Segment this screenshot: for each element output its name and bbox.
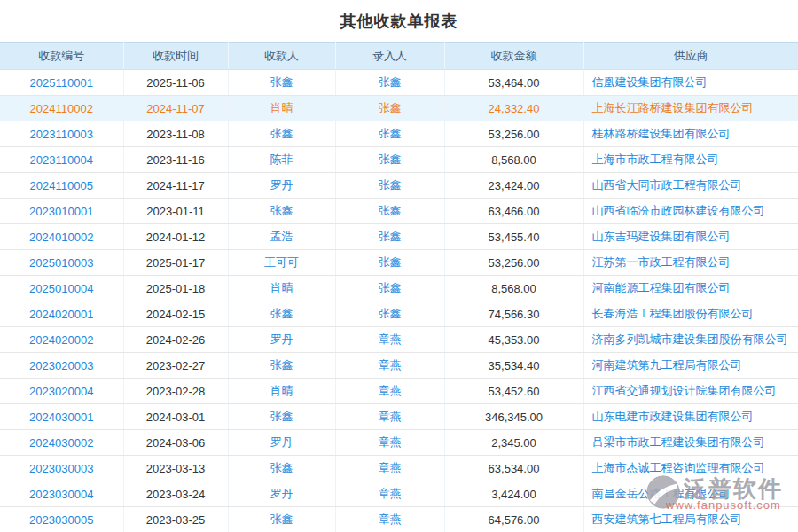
table-row[interactable]: 2024010002 2024-01-12 孟浩 张鑫 53,455.40 山东… <box>0 224 798 250</box>
supplier-cell: 信凰建设集团有限公司 <box>583 70 798 96</box>
table-row[interactable]: 2024030002 2024-03-06 罗丹 章燕 2,345.00 吕梁市… <box>0 430 798 456</box>
supplier-link[interactable]: 信凰建设集团有限公司 <box>592 75 708 89</box>
receipt-id-link[interactable]: 2025110001 <box>30 76 93 90</box>
table-row[interactable]: 2025010003 2025-01-17 王可可 张鑫 53,256.00 江… <box>0 250 798 276</box>
table-row[interactable]: 2023110004 2023-11-16 陈菲 张鑫 8,568.00 上海市… <box>0 147 798 173</box>
receipt-id-link[interactable]: 2023020004 <box>29 385 93 398</box>
receipt-id-link[interactable]: 2024030001 <box>29 411 93 424</box>
supplier-link[interactable]: 长春海浩工程集团股份有限公司 <box>592 307 754 320</box>
supplier-link[interactable]: 上海市杰诚工程咨询监理有限公司 <box>592 461 765 474</box>
receipt-id-link[interactable]: 2024110002 <box>30 102 93 115</box>
supplier-link[interactable]: 南昌金岳公路工程有限公司 <box>592 487 731 500</box>
entry-person-cell: 张鑫 <box>335 276 444 301</box>
table-row[interactable]: 2024110002 2024-11-07 肖晴 张鑫 24,332.40 上海… <box>0 96 798 121</box>
supplier-cell: 山东吉玛建设集团有限公司 <box>583 224 798 250</box>
receipt-amount-cell: 63,466.00 <box>444 199 583 224</box>
supplier-cell: 吕梁市市政工程建设集团有限公司 <box>583 430 798 456</box>
table-row[interactable]: 2023020004 2023-02-28 肖晴 章燕 53,452.60 江西… <box>0 379 798 404</box>
receipt-id-link[interactable]: 2023030005 <box>29 513 93 527</box>
payee-name-cell: 肖晴 <box>228 96 335 121</box>
receipt-date-cell: 2025-01-18 <box>123 276 228 301</box>
payee-name-cell: 罗丹 <box>228 173 335 199</box>
supplier-cell: 江苏第一市政工程有限公司 <box>583 250 798 276</box>
payee-name-cell: 张鑫 <box>228 70 335 96</box>
entry-person-cell: 张鑫 <box>335 96 444 121</box>
table-row[interactable]: 2024020002 2024-02-26 罗丹 章燕 45,353.00 济南… <box>0 327 798 353</box>
supplier-link[interactable]: 上海市市政工程有限公司 <box>592 153 719 166</box>
payee-name-cell: 罗丹 <box>228 481 335 507</box>
table-row[interactable]: 2024020001 2024-02-15 张鑫 张鑫 74,566.30 长春… <box>0 301 798 327</box>
receipt-id-cell: 2023030003 <box>0 456 123 481</box>
receipt-amount-cell: 63,534.00 <box>444 456 583 481</box>
payee-name-cell: 张鑫 <box>228 121 335 147</box>
table-row[interactable]: 2025110001 2025-11-06 张鑫 张鑫 53,464.00 信凰… <box>0 70 798 96</box>
receipt-id-link[interactable]: 2025010004 <box>29 282 93 295</box>
receipt-id-link[interactable]: 2023030003 <box>29 462 93 475</box>
table-row[interactable]: 2023020003 2023-02-27 张鑫 章燕 35,534.40 河南… <box>0 353 798 379</box>
payee-name-cell: 罗丹 <box>228 327 335 353</box>
payee-name-cell: 肖晴 <box>228 379 335 404</box>
receipt-id-link[interactable]: 2024020002 <box>29 333 93 347</box>
table-row[interactable]: 2024030001 2024-03-01 张鑫 章燕 346,345.00 山… <box>0 404 798 430</box>
receipt-id-link[interactable]: 2024010002 <box>29 231 93 244</box>
receipt-id-cell: 2024030002 <box>0 430 123 456</box>
supplier-cell: 江西省交通规划设计院集团有限公司 <box>583 379 798 404</box>
receipt-id-link[interactable]: 2023010001 <box>29 205 93 218</box>
supplier-link[interactable]: 江西省交通规划设计院集团有限公司 <box>592 384 777 397</box>
entry-person-cell: 张鑫 <box>335 173 444 199</box>
supplier-cell: 山东电建市政建设集团有限公司 <box>583 404 798 430</box>
receipts-table: 收款编号 收款时间 收款人 录入人 收款金额 供应商 2025110001 20… <box>0 42 798 532</box>
receipt-amount-cell: 35,534.40 <box>444 353 583 379</box>
table-row[interactable]: 2025010004 2025-01-18 肖晴 张鑫 8,568.00 河南能… <box>0 276 798 301</box>
entry-person-cell: 张鑫 <box>335 224 444 250</box>
supplier-link[interactable]: 山西省大同市政工程有限公司 <box>592 178 742 192</box>
supplier-cell: 长春海浩工程集团股份有限公司 <box>583 301 798 327</box>
payee-name-cell: 张鑫 <box>228 199 335 224</box>
receipt-amount-cell: 53,455.40 <box>444 224 583 250</box>
receipt-id-cell: 2023010001 <box>0 199 123 224</box>
supplier-cell: 南昌金岳公路工程有限公司 <box>583 481 798 507</box>
receipt-id-link[interactable]: 2023020003 <box>29 359 93 372</box>
receipt-date-cell: 2023-11-16 <box>123 147 228 173</box>
receipt-id-link[interactable]: 2024020001 <box>29 308 93 321</box>
entry-person-cell: 章燕 <box>335 430 444 456</box>
supplier-link[interactable]: 河南建筑第九工程局有限公司 <box>592 358 742 372</box>
supplier-link[interactable]: 上海长江路桥建设集团有限公司 <box>592 101 754 114</box>
supplier-link[interactable]: 济南多列凯城市建设集团股份有限公司 <box>592 332 788 346</box>
receipt-id-link[interactable]: 2024030002 <box>29 436 93 450</box>
entry-person-cell: 张鑫 <box>335 121 444 147</box>
col-header-amount: 收款金额 <box>444 43 583 70</box>
supplier-cell: 山西省临汾市政园林建设有限公司 <box>583 199 798 224</box>
table-row[interactable]: 2023030003 2023-03-13 张鑫 章燕 63,534.00 上海… <box>0 456 798 481</box>
table-row[interactable]: 2023030004 2023-03-24 罗丹 章燕 3,424.00 南昌金… <box>0 481 798 507</box>
payee-name-cell: 张鑫 <box>228 301 335 327</box>
supplier-link[interactable]: 山东吉玛建设集团有限公司 <box>592 230 731 243</box>
table-row[interactable]: 2023110003 2023-11-08 张鑫 张鑫 53,256.00 桂林… <box>0 121 798 147</box>
supplier-link[interactable]: 河南能源工程集团有限公司 <box>592 281 731 294</box>
receipt-id-link[interactable]: 2025010003 <box>29 256 93 270</box>
receipt-date-cell: 2023-03-13 <box>123 456 228 481</box>
receipt-amount-cell: 23,424.00 <box>444 173 583 199</box>
supplier-link[interactable]: 桂林路桥建设集团有限公司 <box>592 127 731 140</box>
table-row[interactable]: 2023030005 2023-03-25 张鑫 章燕 64,576.00 西安… <box>0 507 798 532</box>
table-row[interactable]: 2023010001 2023-01-11 张鑫 张鑫 63,466.00 山西… <box>0 199 798 224</box>
supplier-link[interactable]: 西安建筑第七工程局有限公司 <box>592 512 742 526</box>
receipt-id-link[interactable]: 2023030004 <box>29 488 93 501</box>
supplier-link[interactable]: 吕梁市市政工程建设集团有限公司 <box>592 435 765 449</box>
payee-name-cell: 张鑫 <box>228 507 335 532</box>
supplier-link[interactable]: 江苏第一市政工程有限公司 <box>592 255 731 269</box>
receipt-id-link[interactable]: 2023110003 <box>30 128 93 141</box>
entry-person-cell: 章燕 <box>335 456 444 481</box>
receipt-id-cell: 2024030001 <box>0 404 123 430</box>
receipt-id-link[interactable]: 2023110004 <box>30 153 93 167</box>
receipt-amount-cell: 74,566.30 <box>444 301 583 327</box>
receipt-amount-cell: 8,568.00 <box>444 276 583 301</box>
table-body: 2025110001 2025-11-06 张鑫 张鑫 53,464.00 信凰… <box>0 70 798 532</box>
receipt-id-cell: 2025010004 <box>0 276 123 301</box>
supplier-link[interactable]: 山东电建市政建设集团有限公司 <box>592 410 754 423</box>
table-row[interactable]: 2024110005 2024-11-17 罗丹 张鑫 23,424.00 山西… <box>0 173 798 199</box>
payee-name-cell: 肖晴 <box>228 276 335 301</box>
supplier-link[interactable]: 山西省临汾市政园林建设有限公司 <box>592 204 765 217</box>
payee-name-cell: 陈菲 <box>228 147 335 173</box>
receipt-id-link[interactable]: 2024110005 <box>30 179 93 192</box>
